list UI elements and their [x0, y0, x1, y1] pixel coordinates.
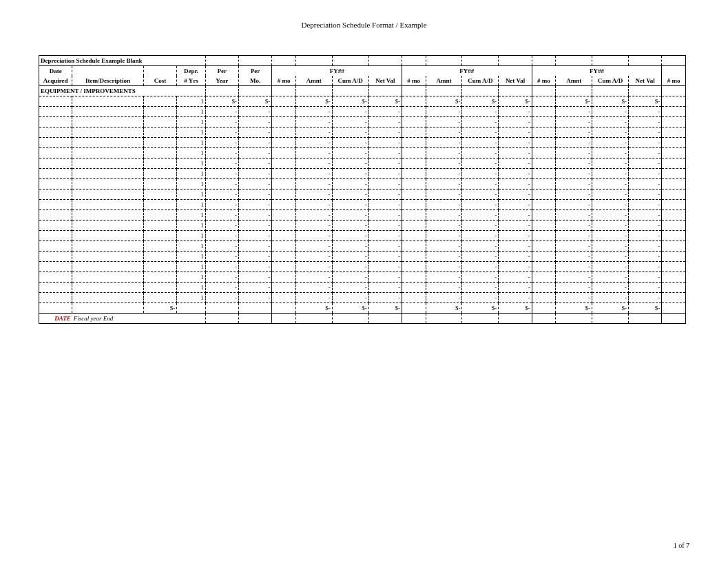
cell-value: $-: [205, 96, 238, 107]
cell-value: -: [238, 283, 271, 293]
cell-value: -: [295, 148, 332, 158]
table-row: 1-----------: [39, 262, 686, 272]
cell-value: -: [368, 241, 402, 252]
hdr-item: Item/Description: [72, 76, 144, 86]
cell-value: -: [332, 241, 368, 252]
hdr-nmo-3: # mo: [532, 76, 556, 86]
cell-value: -: [205, 158, 238, 169]
cell-value: -: [629, 107, 662, 117]
cell-value: -: [426, 241, 462, 252]
cell-value: 1: [177, 200, 205, 210]
cell-value: -: [462, 221, 499, 231]
cell-value: -: [556, 200, 592, 210]
hdr-fy-3: FY##: [532, 66, 662, 76]
cell-value: $-: [332, 96, 368, 107]
cell-value: -: [426, 200, 462, 210]
hdr-net-2: Net Val: [499, 76, 532, 86]
cell-value: -: [295, 262, 332, 272]
cell-value: -: [205, 117, 238, 127]
cell-value: -: [368, 272, 402, 283]
table-row: 1-----------: [39, 179, 686, 190]
cell-value: -: [629, 262, 662, 272]
cell-value: -: [426, 221, 462, 231]
hdr-year: Year: [205, 76, 238, 86]
cell-value: -: [592, 272, 629, 283]
depreciation-table: Depreciation Schedule Example Blank Date…: [39, 55, 686, 324]
cell-value: -: [205, 252, 238, 262]
footer-row: DATE Fiscal year End: [39, 314, 686, 324]
cell-value: -: [499, 272, 532, 283]
cell-value: 1: [177, 241, 205, 252]
cell-value: -: [295, 107, 332, 117]
total-net-3: $-: [629, 303, 662, 314]
cell-value: -: [629, 293, 662, 303]
hdr-amnt-1: Amnt: [295, 76, 332, 86]
total-amnt-2: $-: [426, 303, 462, 314]
hdr-amnt-2: Amnt: [426, 76, 462, 86]
cell-value: -: [426, 138, 462, 148]
total-amnt-1: $-: [295, 303, 332, 314]
hdr-cum-3: Cum A/D: [592, 76, 629, 86]
cell-value: -: [629, 221, 662, 231]
cell-value: -: [426, 210, 462, 221]
cell-value: -: [592, 210, 629, 221]
cell-value: -: [332, 190, 368, 200]
cell-value: -: [205, 148, 238, 158]
cell-value: -: [462, 117, 499, 127]
cell-value: -: [592, 283, 629, 293]
cell-value: -: [238, 210, 271, 221]
cell-value: -: [205, 272, 238, 283]
cell-value: -: [629, 179, 662, 190]
cell-value: -: [332, 148, 368, 158]
cell-value: -: [295, 272, 332, 283]
cell-value: -: [205, 190, 238, 200]
cell-value: -: [592, 138, 629, 148]
cell-value: -: [426, 169, 462, 179]
cell-value: -: [295, 127, 332, 138]
cell-value: -: [556, 107, 592, 117]
cell-value: -: [332, 127, 368, 138]
cell-value: -: [205, 127, 238, 138]
cell-value: -: [205, 138, 238, 148]
cell-value: -: [426, 107, 462, 117]
cell-value: -: [295, 221, 332, 231]
table-row: 1-----------: [39, 117, 686, 127]
cell-value: -: [592, 169, 629, 179]
cell-value: -: [205, 200, 238, 210]
hdr-per2: Per: [238, 66, 271, 76]
cell-value: -: [592, 241, 629, 252]
cell-value: -: [556, 190, 592, 200]
cell-value: -: [499, 293, 532, 303]
cell-value: -: [462, 252, 499, 262]
cell-value: -: [629, 210, 662, 221]
sheet-title-row: Depreciation Schedule Example Blank: [39, 56, 686, 66]
cell-value: -: [592, 262, 629, 272]
cell-value: -: [426, 179, 462, 190]
cell-value: -: [629, 169, 662, 179]
section-row: EQUIPMENT / IMPROVEMENTS: [39, 86, 686, 96]
footer-date-word: DATE: [39, 314, 72, 324]
hdr-mo: Mo.: [238, 76, 271, 86]
hdr-per1: Per: [205, 66, 238, 76]
cell-value: -: [238, 107, 271, 117]
cell-value: -: [556, 231, 592, 241]
cell-value: -: [499, 138, 532, 148]
cell-value: -: [462, 241, 499, 252]
total-amnt-3: $-: [556, 303, 592, 314]
cell-value: 1: [177, 221, 205, 231]
cell-value: 1: [177, 148, 205, 158]
cell-value: -: [592, 231, 629, 241]
cell-value: -: [592, 190, 629, 200]
sheet-title: Depreciation Schedule Example Blank: [39, 56, 177, 66]
cell-value: -: [332, 210, 368, 221]
cell-value: -: [592, 107, 629, 117]
cell-value: -: [592, 179, 629, 190]
cell-value: 1: [177, 231, 205, 241]
cell-value: -: [462, 200, 499, 210]
cell-value: -: [629, 252, 662, 262]
cell-value: 1: [177, 127, 205, 138]
cell-value: -: [426, 148, 462, 158]
cell-value: -: [556, 169, 592, 179]
total-cost: $-: [143, 303, 176, 314]
cell-value: -: [556, 283, 592, 293]
